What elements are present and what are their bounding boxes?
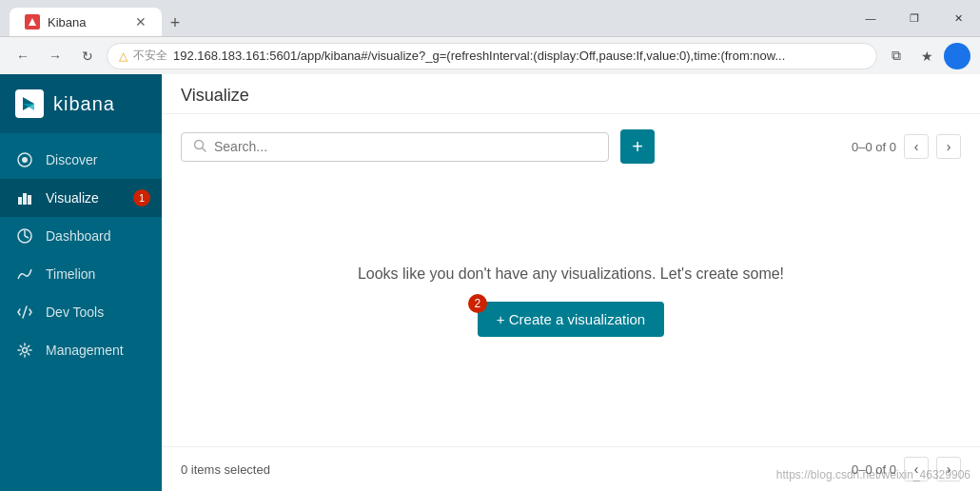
sidebar-item-label-discover: Discover xyxy=(46,152,97,167)
discover-icon xyxy=(15,150,34,169)
sidebar-item-management[interactable]: Management xyxy=(0,331,162,369)
svg-point-8 xyxy=(23,348,28,353)
pagination-top-text: 0–0 of 0 xyxy=(852,140,896,154)
page-header: Visualize xyxy=(162,74,980,114)
new-tab-button[interactable]: + xyxy=(162,10,188,36)
address-bar[interactable]: △ 不安全 192.168.183.161:5601/app/kibana#/v… xyxy=(107,43,877,69)
sidebar: kibana Discover Visualize 1 Dashboar xyxy=(0,74,162,491)
kibana-logo-icon xyxy=(15,89,44,118)
sidebar-item-timelion[interactable]: Timelion xyxy=(0,255,162,293)
back-button[interactable]: ← xyxy=(10,43,36,69)
search-toolbar: + 0–0 of 0 ‹ › xyxy=(181,129,961,164)
forward-button[interactable]: → xyxy=(42,43,69,69)
content-area: + 0–0 of 0 ‹ › Looks like you don't have… xyxy=(162,114,980,446)
sidebar-item-discover[interactable]: Discover xyxy=(0,141,162,179)
security-label: 不安全 xyxy=(133,48,167,64)
timelion-icon xyxy=(15,265,34,284)
empty-state: Looks like you don't have any visualizat… xyxy=(181,171,961,431)
watermark: https://blog.csdn.net/weixin_46329906 xyxy=(776,468,970,481)
sidebar-item-label-visualize: Visualize xyxy=(46,190,99,206)
sidebar-item-label-management: Management xyxy=(46,343,124,358)
sidebar-logo: kibana xyxy=(0,74,162,133)
minimize-button[interactable]: — xyxy=(849,0,892,36)
create-step-badge: 2 xyxy=(468,294,487,313)
window-controls: — ❐ ✕ xyxy=(849,0,980,36)
create-visualization-button[interactable]: + Create a visualization xyxy=(478,302,664,337)
dashboard-icon xyxy=(15,226,34,246)
main-content: Visualize + 0–0 of 0 ‹ › Looks like you xyxy=(162,74,980,491)
sidebar-item-visualize[interactable]: Visualize 1 xyxy=(0,179,162,217)
browser-frame: Kibana ✕ + — ❐ ✕ ← → ↻ △ 不安全 192.168.183… xyxy=(0,0,980,74)
search-input[interactable] xyxy=(214,139,597,154)
pagination-top: 0–0 of 0 ‹ › xyxy=(852,134,961,159)
bookmark-button[interactable]: ★ xyxy=(913,43,940,69)
profile-button[interactable] xyxy=(944,43,970,69)
browser-toolbar: ← → ↻ △ 不安全 192.168.183.161:5601/app/kib… xyxy=(0,36,980,74)
sidebar-item-label-devtools: Dev Tools xyxy=(46,304,104,320)
svg-point-3 xyxy=(22,157,28,163)
add-visualization-button[interactable]: + xyxy=(620,129,655,164)
items-selected-count: 0 items selected xyxy=(181,462,270,477)
address-text: 192.168.183.161:5601/app/kibana#/visuali… xyxy=(173,49,865,63)
sidebar-item-label-dashboard: Dashboard xyxy=(46,228,111,244)
security-icon: △ xyxy=(119,49,127,63)
management-icon xyxy=(15,341,34,360)
next-page-button-top[interactable]: › xyxy=(936,134,961,159)
sidebar-item-devtools[interactable]: Dev Tools xyxy=(0,293,162,331)
search-icon xyxy=(193,139,206,155)
kibana-brand-text: kibana xyxy=(53,93,115,115)
prev-page-button-top[interactable]: ‹ xyxy=(904,134,929,159)
sidebar-item-label-timelion: Timelion xyxy=(46,266,95,282)
maximize-button[interactable]: ❐ xyxy=(892,0,936,36)
toolbar-actions: ⧉ ★ xyxy=(883,43,970,69)
tab-close-button[interactable]: ✕ xyxy=(135,14,147,29)
visualize-icon xyxy=(15,188,34,207)
svg-rect-6 xyxy=(28,195,31,205)
tab-title: Kibana xyxy=(48,15,86,29)
svg-rect-5 xyxy=(23,193,27,205)
app-container: kibana Discover Visualize 1 Dashboar xyxy=(0,74,980,491)
browser-tab[interactable]: Kibana ✕ xyxy=(10,8,162,36)
devtools-icon xyxy=(15,303,34,322)
svg-line-10 xyxy=(203,147,206,151)
visualize-badge: 1 xyxy=(133,189,150,206)
search-box[interactable] xyxy=(181,132,609,162)
sidebar-nav: Discover Visualize 1 Dashboard Timelion xyxy=(0,133,162,491)
empty-message: Looks like you don't have any visualizat… xyxy=(358,265,784,283)
close-button[interactable]: ✕ xyxy=(936,0,980,36)
save-page-button[interactable]: ⧉ xyxy=(883,43,910,69)
tab-bar: Kibana ✕ + — ❐ ✕ xyxy=(0,0,980,36)
refresh-button[interactable]: ↻ xyxy=(74,43,101,69)
tab-favicon xyxy=(25,14,40,29)
svg-rect-4 xyxy=(18,197,22,205)
page-title: Visualize xyxy=(181,86,961,106)
sidebar-item-dashboard[interactable]: Dashboard xyxy=(0,217,162,255)
